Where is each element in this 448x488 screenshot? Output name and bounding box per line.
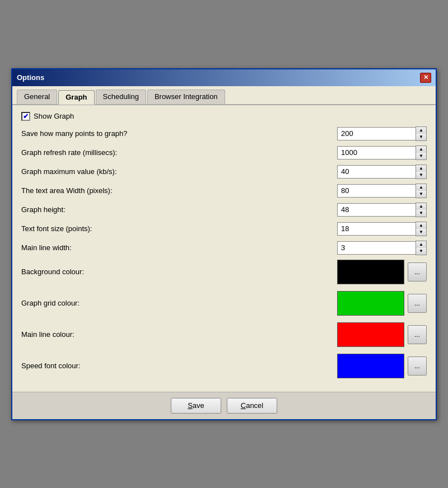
colour-row-main-line: Main line colour: ... [21,322,427,347]
spinner-height: ▲ ▼ [337,203,427,217]
colour-row-grid: Graph grid colour: ... [21,291,427,316]
option-row-points: Save how many points to graph? ▲ ▼ [21,126,427,141]
colour-picker-btn-background[interactable]: ... [408,262,427,281]
option-label-line-width: Main line width: [21,243,337,252]
save-button[interactable]: Save [171,398,221,414]
tab-general[interactable]: General [17,90,57,104]
spinner-up-refresh[interactable]: ▲ [416,146,426,153]
content-area: ✔ Show Graph Save how many points to gra… [12,105,436,392]
colour-label-background: Background colour: [21,268,337,276]
option-label-font-size: Text font size (points): [21,224,337,233]
colour-swatch-speed-font[interactable] [337,354,404,378]
spinner-buttons-points: ▲ ▼ [416,126,427,141]
option-label-refresh: Graph refresh rate (millisecs): [21,148,337,157]
spinner-line-width: ▲ ▼ [337,241,427,255]
spinner-buttons-font-size: ▲ ▼ [416,222,427,236]
input-max-value[interactable] [337,165,416,179]
spinner-down-text-width[interactable]: ▼ [416,191,426,198]
spinner-up-height[interactable]: ▲ [416,203,426,210]
close-button[interactable]: ✕ [420,73,431,83]
input-font-size[interactable] [337,222,416,236]
tab-browser-integration[interactable]: Browser Integration [147,90,225,104]
show-graph-checkbox[interactable]: ✔ [21,112,30,121]
checkbox-check-icon: ✔ [23,112,29,120]
colour-label-main-line: Main line colour: [21,330,337,339]
spinner-buttons-height: ▲ ▼ [416,203,427,217]
option-row-font-size: Text font size (points): ▲ ▼ [21,222,427,236]
input-line-width[interactable] [337,241,416,255]
input-refresh[interactable] [337,146,416,159]
option-label-text-width: The text area Width (pixels): [21,186,337,195]
spinner-up-max-value[interactable]: ▲ [416,165,426,172]
option-row-refresh: Graph refresh rate (millisecs): ▲ ▼ [21,146,427,160]
spinner-down-points[interactable]: ▼ [416,134,426,140]
colour-swatch-main-line[interactable] [337,322,404,347]
spinner-up-points[interactable]: ▲ [416,127,426,134]
spinner-buttons-text-width: ▲ ▼ [416,184,427,198]
colour-picker-btn-grid[interactable]: ... [408,294,427,313]
spinner-text-width: ▲ ▼ [337,184,427,198]
input-height[interactable] [337,203,416,217]
option-row-line-width: Main line width: ▲ ▼ [21,241,427,255]
spinner-down-font-size[interactable]: ▼ [416,229,426,236]
spinner-up-text-width[interactable]: ▲ [416,184,426,191]
spinner-down-max-value[interactable]: ▼ [416,172,426,179]
spinner-buttons-line-width: ▲ ▼ [416,241,427,255]
colour-picker-btn-main-line[interactable]: ... [408,325,427,344]
spinner-refresh: ▲ ▼ [337,146,427,160]
colour-swatch-grid[interactable] [337,291,404,316]
colour-row-speed-font: Speed font colour: ... [21,354,427,378]
cancel-button[interactable]: Cancel [227,398,277,414]
spinner-up-font-size[interactable]: ▲ [416,222,426,229]
option-row-height: Graph height: ▲ ▼ [21,203,427,217]
bottom-bar: Save Cancel [12,392,436,419]
colour-label-speed-font: Speed font colour: [21,362,337,370]
option-row-text-width: The text area Width (pixels): ▲ ▼ [21,184,427,198]
spinner-buttons-max-value: ▲ ▼ [416,165,427,179]
spinner-max-value: ▲ ▼ [337,165,427,179]
colour-swatch-background[interactable] [337,260,404,284]
spinner-up-line-width[interactable]: ▲ [416,241,426,248]
spinner-down-line-width[interactable]: ▼ [416,248,426,255]
tab-bar: General Graph Scheduling Browser Integra… [12,86,436,105]
show-graph-label: Show Graph [34,112,74,120]
colour-row-background: Background colour: ... [21,260,427,284]
option-label-max-value: Graph maximum value (kb/s): [21,167,337,176]
title-bar: Options ✕ [12,69,436,86]
option-label-height: Graph height: [21,205,337,214]
colour-label-grid: Graph grid colour: [21,299,337,307]
options-dialog: Options ✕ General Graph Scheduling Brows… [11,68,437,420]
spinner-down-height[interactable]: ▼ [416,210,426,217]
spinner-font-size: ▲ ▼ [337,222,427,236]
window-title: Options [17,73,44,82]
show-graph-row: ✔ Show Graph [21,112,427,121]
option-row-max-value: Graph maximum value (kb/s): ▲ ▼ [21,165,427,179]
spinner-down-refresh[interactable]: ▼ [416,153,426,159]
colour-picker-btn-speed-font[interactable]: ... [408,356,427,376]
tab-graph[interactable]: Graph [58,90,94,105]
tab-scheduling[interactable]: Scheduling [96,90,146,104]
spinner-points: ▲ ▼ [337,126,427,141]
spinner-buttons-refresh: ▲ ▼ [416,146,427,160]
input-points[interactable] [337,127,416,140]
input-text-width[interactable] [337,184,416,198]
option-label-points: Save how many points to graph? [21,129,337,138]
